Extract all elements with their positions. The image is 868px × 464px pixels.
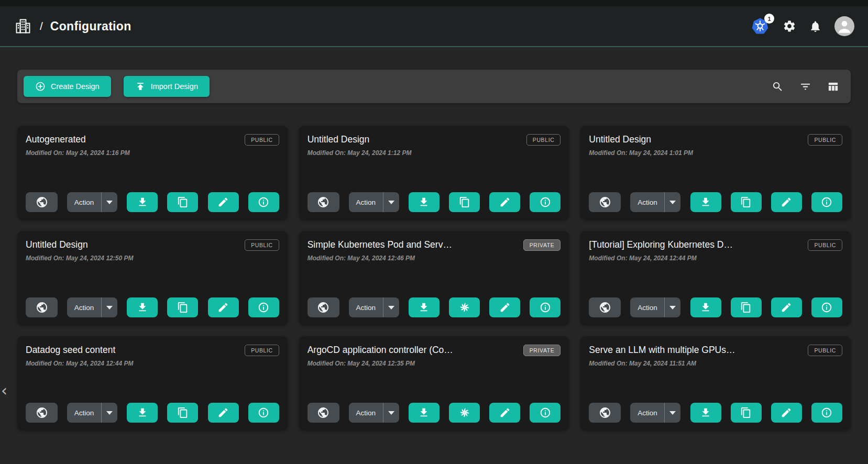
action-split-button[interactable]: Action xyxy=(630,403,680,423)
download-button[interactable] xyxy=(127,192,158,212)
design-pattern-button[interactable] xyxy=(449,297,480,317)
edit-button[interactable] xyxy=(208,297,239,317)
publish-globe-button[interactable] xyxy=(307,297,339,317)
edit-button[interactable] xyxy=(489,192,520,212)
visibility-badge[interactable]: PRIVATE xyxy=(523,239,561,251)
publish-globe-button[interactable] xyxy=(26,403,58,423)
download-button[interactable] xyxy=(690,297,721,317)
clone-button[interactable] xyxy=(731,192,762,212)
chevron-down-icon[interactable] xyxy=(102,411,117,415)
action-split-button[interactable]: Action xyxy=(630,192,680,212)
page-title: Configuration xyxy=(50,19,131,34)
pencil-icon xyxy=(499,407,511,418)
building-icon[interactable] xyxy=(14,17,32,35)
action-button-label[interactable]: Action xyxy=(349,409,383,417)
chevron-down-icon[interactable] xyxy=(383,411,399,415)
visibility-badge[interactable]: PRIVATE xyxy=(523,345,561,356)
table-view-icon[interactable] xyxy=(827,81,839,93)
action-button-label[interactable]: Action xyxy=(67,198,101,206)
action-split-button[interactable]: Action xyxy=(67,297,117,317)
publish-globe-button[interactable] xyxy=(589,192,621,212)
download-button[interactable] xyxy=(127,403,158,423)
edit-button[interactable] xyxy=(489,297,520,317)
clone-button[interactable] xyxy=(731,297,762,317)
info-button[interactable] xyxy=(248,192,279,212)
action-button-label[interactable]: Action xyxy=(630,198,664,206)
action-split-button[interactable]: Action xyxy=(630,297,680,317)
info-button[interactable] xyxy=(530,403,561,423)
edit-button[interactable] xyxy=(771,403,802,423)
publish-globe-button[interactable] xyxy=(26,192,58,212)
search-icon[interactable] xyxy=(772,81,784,93)
action-split-button[interactable]: Action xyxy=(67,403,117,423)
edit-button[interactable] xyxy=(208,192,239,212)
info-button[interactable] xyxy=(530,192,561,212)
action-button-label[interactable]: Action xyxy=(67,409,101,417)
chevron-down-icon[interactable] xyxy=(383,201,399,204)
publish-globe-button[interactable] xyxy=(26,297,58,317)
gear-icon[interactable] xyxy=(783,19,796,33)
create-design-button[interactable]: Create Design xyxy=(24,76,111,97)
clone-button[interactable] xyxy=(731,403,762,423)
info-button[interactable] xyxy=(248,297,279,317)
clone-button[interactable] xyxy=(167,297,198,317)
action-button-label[interactable]: Action xyxy=(630,409,664,417)
clone-button[interactable] xyxy=(167,192,198,212)
visibility-badge[interactable]: PUBLIC xyxy=(245,134,279,146)
publish-globe-button[interactable] xyxy=(307,403,339,423)
bell-icon[interactable] xyxy=(809,20,822,33)
clone-button[interactable] xyxy=(167,403,198,423)
edit-button[interactable] xyxy=(771,297,802,317)
chevron-down-icon[interactable] xyxy=(102,201,117,204)
publish-globe-button[interactable] xyxy=(589,403,621,423)
chevron-down-icon[interactable] xyxy=(383,306,399,310)
action-button-label[interactable]: Action xyxy=(349,198,383,206)
visibility-badge[interactable]: PUBLIC xyxy=(245,239,279,251)
visibility-badge[interactable]: PUBLIC xyxy=(245,345,279,356)
card-header: Serve an LLM with multiple GPUs… PUBLIC xyxy=(589,345,842,356)
download-button[interactable] xyxy=(409,403,440,423)
visibility-badge[interactable]: PUBLIC xyxy=(808,239,842,251)
action-split-button[interactable]: Action xyxy=(349,297,399,317)
visibility-badge[interactable]: PUBLIC xyxy=(526,134,561,146)
import-design-button[interactable]: Import Design xyxy=(124,76,210,97)
pencil-icon xyxy=(781,302,792,313)
design-pattern-button[interactable] xyxy=(449,403,480,423)
info-button[interactable] xyxy=(530,297,561,317)
action-split-button[interactable]: Action xyxy=(349,403,399,423)
action-button-label[interactable]: Action xyxy=(630,304,664,312)
action-split-button[interactable]: Action xyxy=(67,192,117,212)
download-button[interactable] xyxy=(690,192,721,212)
download-button[interactable] xyxy=(409,297,440,317)
chevron-down-icon[interactable] xyxy=(665,201,680,204)
download-button[interactable] xyxy=(127,297,158,317)
visibility-badge[interactable]: PUBLIC xyxy=(808,134,842,146)
clone-button[interactable] xyxy=(449,192,480,212)
info-button[interactable] xyxy=(811,403,842,423)
publish-globe-button[interactable] xyxy=(589,297,621,317)
avatar[interactable] xyxy=(834,16,854,36)
chevron-down-icon[interactable] xyxy=(102,306,117,310)
edit-button[interactable] xyxy=(208,403,239,423)
publish-globe-button[interactable] xyxy=(307,192,339,212)
chevron-down-icon[interactable] xyxy=(665,411,680,415)
visibility-badge[interactable]: PUBLIC xyxy=(808,345,842,356)
download-icon xyxy=(137,196,148,208)
chevron-down-icon[interactable] xyxy=(665,306,680,310)
action-split-button[interactable]: Action xyxy=(349,192,399,212)
action-button-label[interactable]: Action xyxy=(349,304,383,312)
card-header: Untitled Design PUBLIC xyxy=(26,239,279,251)
info-button[interactable] xyxy=(811,297,842,317)
info-button[interactable] xyxy=(811,192,842,212)
action-button-label[interactable]: Action xyxy=(67,304,101,312)
info-button[interactable] xyxy=(248,403,279,423)
edit-button[interactable] xyxy=(489,403,520,423)
kubernetes-context-button[interactable]: 1 xyxy=(751,17,770,35)
filter-icon[interactable] xyxy=(799,81,811,93)
design-title: Autogenerated xyxy=(26,134,245,145)
download-button[interactable] xyxy=(409,192,440,212)
modified-date: Modified On: May 24, 2024 1:16 PM xyxy=(26,149,279,157)
download-button[interactable] xyxy=(690,403,721,423)
collapse-chevron-icon[interactable]: ‹ xyxy=(1,383,7,399)
edit-button[interactable] xyxy=(771,192,802,212)
